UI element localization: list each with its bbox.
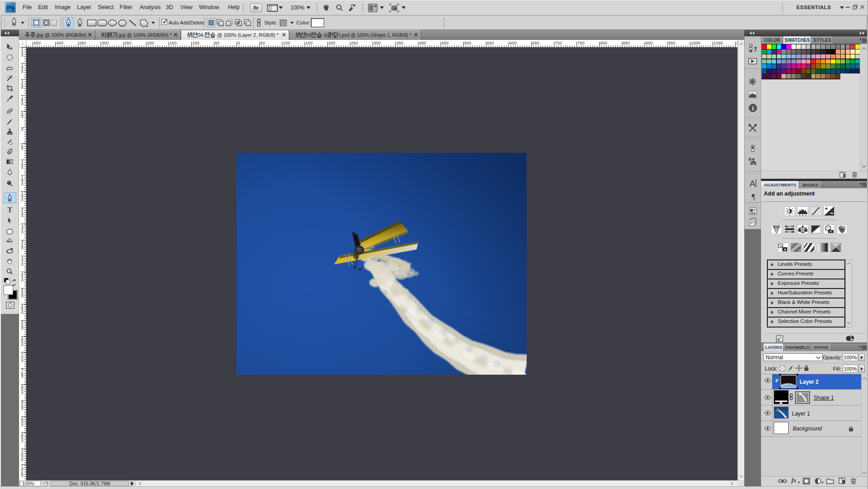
svg-text:¶: ¶ (752, 192, 755, 200)
svg-text:T: T (7, 206, 12, 214)
svg-text:i: i (752, 105, 754, 112)
svg-text:A: A (750, 179, 756, 188)
